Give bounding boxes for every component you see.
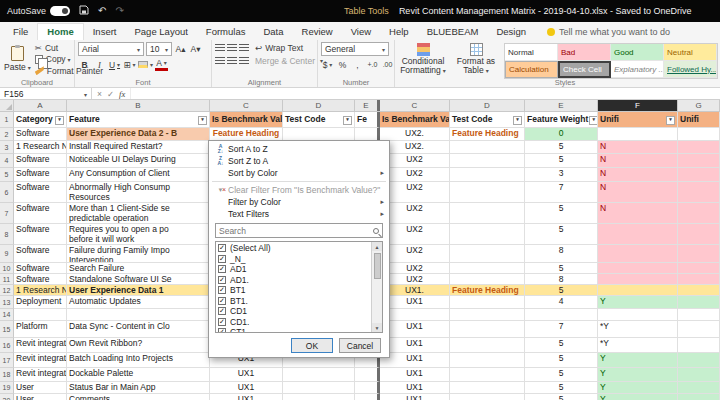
borders-button[interactable]: ⊞: [123, 58, 136, 71]
row-number[interactable]: 7: [0, 203, 14, 224]
cell-benchmark-right[interactable]: UX2.: [380, 141, 450, 154]
cell-style-option[interactable]: Normal: [505, 44, 558, 61]
cell-feature-weight[interactable]: 3: [525, 168, 598, 182]
cell-unifi-2[interactable]: [678, 368, 720, 382]
row-number[interactable]: 11: [0, 274, 14, 285]
cell-unifi[interactable]: [598, 128, 678, 141]
cell-category[interactable]: Software: [14, 182, 67, 203]
cell-feature-weight[interactable]: 5: [525, 338, 598, 353]
cell-category[interactable]: Platform: [14, 321, 67, 338]
cell-test-code-right[interactable]: [450, 274, 525, 285]
cell-feature[interactable]: Automatic Updates: [67, 296, 210, 309]
cell-test-code-right[interactable]: [450, 141, 525, 154]
checkbox-checked-icon[interactable]: [218, 328, 226, 332]
cell-style-option[interactable]: Calculation: [505, 61, 558, 78]
save-icon[interactable]: [79, 5, 89, 17]
scroll-up-icon[interactable]: ▲: [372, 242, 382, 251]
cell-feature-weight[interactable]: 5: [525, 382, 598, 394]
column-letter[interactable]: E: [525, 100, 598, 111]
cell-feature[interactable]: Standalone Software UI Se: [67, 274, 210, 285]
cell-unifi-2[interactable]: [678, 321, 720, 338]
cell-weight-sliver[interactable]: [355, 382, 380, 394]
filter-list-scrollbar[interactable]: ▲ ▼: [371, 242, 382, 332]
cell-feature-weight[interactable]: 5: [525, 263, 598, 274]
cell-style-option[interactable]: Followed Hy...: [664, 61, 717, 78]
cell-unifi[interactable]: [598, 274, 678, 285]
checkbox-checked-icon[interactable]: [218, 244, 226, 252]
accounting-format-button[interactable]: $: [321, 58, 334, 71]
filter-menu-item[interactable]: Sort Z to A: [209, 155, 389, 167]
cell-unifi-2[interactable]: [678, 182, 720, 203]
cell-category[interactable]: Software: [14, 154, 67, 168]
row-number[interactable]: 20: [0, 394, 14, 400]
ribbon-tab[interactable]: Page Layout: [125, 24, 196, 40]
cell-benchmark-left[interactable]: UX1: [210, 368, 283, 382]
checkbox-checked-icon[interactable]: [218, 265, 226, 273]
align-left-icon[interactable]: [215, 57, 225, 65]
cell-test-code-right[interactable]: [450, 321, 525, 338]
cell-unifi-2[interactable]: [678, 154, 720, 168]
cell-unifi-2[interactable]: [678, 245, 720, 263]
cell-unifi[interactable]: Y: [598, 353, 678, 368]
cell-benchmark-right[interactable]: UX2: [380, 203, 450, 224]
cell-category[interactable]: User: [14, 394, 67, 400]
ribbon-tab[interactable]: Design: [487, 24, 535, 40]
align-center-icon[interactable]: [227, 57, 237, 65]
cell-benchmark-right[interactable]: UX1: [380, 338, 450, 353]
cell-feature-weight[interactable]: 5: [525, 368, 598, 382]
header-unifi-2[interactable]: Unifi: [678, 112, 720, 128]
insert-function-icon[interactable]: fx: [119, 89, 125, 99]
filter-menu-item[interactable]: Clear Filter From "Is Benchmark Value?": [209, 184, 389, 196]
row-number[interactable]: 8: [0, 224, 14, 245]
filter-dropdown-icon[interactable]: ▾: [513, 116, 522, 125]
cell-feature[interactable]: [67, 309, 210, 321]
row-number[interactable]: 17: [0, 353, 14, 368]
cell-feature[interactable]: Data Sync - Content in Clo: [67, 321, 210, 338]
font-size-select[interactable]: 10: [146, 42, 172, 56]
header-test-code-right[interactable]: Test Code▾: [450, 112, 525, 128]
cell-benchmark-right[interactable]: UX2: [380, 168, 450, 182]
cell-feature[interactable]: User Experience Data 1: [67, 285, 210, 296]
filter-value-option[interactable]: CT1: [218, 327, 369, 332]
row-number[interactable]: 14: [0, 309, 14, 321]
cell-test-code-right[interactable]: [450, 263, 525, 274]
percent-style-button[interactable]: %: [336, 58, 349, 71]
cell-unifi[interactable]: [598, 263, 678, 274]
row-number[interactable]: 18: [0, 368, 14, 382]
row-number[interactable]: 13: [0, 296, 14, 309]
align-top-icon[interactable]: [215, 44, 225, 52]
cell-category[interactable]: Deployment: [14, 296, 67, 309]
cell-benchmark-right[interactable]: UX2.: [380, 128, 450, 141]
header-feature[interactable]: Feature▾: [67, 112, 210, 128]
name-box[interactable]: F156: [0, 88, 92, 99]
cell-weight-sliver[interactable]: [355, 394, 380, 400]
select-all-corner[interactable]: [0, 100, 14, 111]
cell-feature-weight[interactable]: 7: [525, 321, 598, 338]
cell-benchmark-right[interactable]: UX1: [380, 296, 450, 309]
cell-benchmark-left[interactable]: UX1: [210, 382, 283, 394]
cell-test-code-right[interactable]: [450, 296, 525, 309]
column-letter[interactable]: A: [14, 100, 67, 111]
filter-value-option[interactable]: _N_: [218, 254, 369, 265]
cell-feature-weight[interactable]: 5: [525, 224, 598, 245]
cell-style-option[interactable]: Neutral: [664, 44, 717, 61]
cell-unifi[interactable]: [598, 285, 678, 296]
cell-unifi-2[interactable]: [678, 168, 720, 182]
row-number[interactable]: 15: [0, 321, 14, 338]
cell-feature[interactable]: User Experience Data 2 - B: [67, 128, 210, 141]
column-letter[interactable]: D: [283, 100, 355, 111]
cell-test-code-right[interactable]: [450, 224, 525, 245]
cell-feature[interactable]: Any Consumption of Client: [67, 168, 210, 182]
cell-category[interactable]: Software: [14, 203, 67, 224]
cell-unifi-2[interactable]: [678, 309, 720, 321]
merge-center-button[interactable]: Merge & Center: [255, 55, 323, 66]
ribbon-tab[interactable]: Review: [293, 24, 342, 40]
column-letter[interactable]: E: [355, 100, 380, 111]
cell-feature-weight[interactable]: 5: [525, 203, 598, 224]
cell-unifi[interactable]: Y: [598, 296, 678, 309]
format-as-table-button[interactable]: Format as Table: [451, 42, 501, 76]
cell-unifi[interactable]: N: [598, 203, 678, 224]
checkbox-checked-icon[interactable]: [218, 297, 226, 305]
filter-dropdown-icon[interactable]: ▾: [589, 116, 598, 125]
undo-icon[interactable]: ↶: [98, 6, 106, 16]
